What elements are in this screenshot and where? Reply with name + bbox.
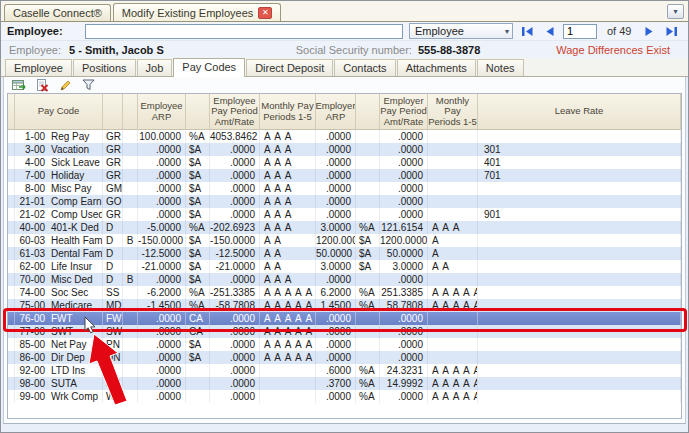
pay-code-row[interactable]: 76-00FWTFW.0000CA.0000A A A A A.0000.000…: [8, 312, 681, 325]
pay-code-row[interactable]: 77-00SWTSW.0000CA.0000A A A A A.0000.000…: [8, 325, 681, 338]
application-window: Caselle Connect®Modify Existing Employee…: [0, 0, 689, 433]
cell-employer-monthly-periods: A A A A A: [428, 377, 478, 390]
cell-leave-rate: 401: [478, 156, 681, 169]
pay-code-row[interactable]: 8-00Misc PayGM.0000$A.0000A A A.0000.000…: [8, 182, 681, 195]
subtab-employee[interactable]: Employee: [5, 59, 72, 76]
subtab-contacts[interactable]: Contacts: [334, 59, 395, 76]
pay-code-row[interactable]: 21-01Comp EarnGO.0000$A.0000A A A.0000.0…: [8, 195, 681, 208]
cell-employer-pay-period: 50.0000: [380, 247, 428, 260]
pay-code-row[interactable]: 40-00401-K DedD-5.0000%A-202.6923A A A3.…: [8, 221, 681, 234]
subtab-pay-codes[interactable]: Pay Codes: [173, 58, 245, 77]
pay-codes-grid: Pay CodeEmployee ARPEmployee Pay Period …: [7, 93, 682, 419]
subtab-direct-deposit[interactable]: Direct Deposit: [246, 59, 333, 76]
column-header-employer-pay-period[interactable]: Employer Pay Period Amt/Rate: [380, 94, 428, 130]
pay-code-name: Medicare: [51, 299, 92, 312]
record-number-input[interactable]: [563, 24, 597, 39]
column-header-employer-rate-type[interactable]: [356, 94, 380, 130]
next-record-button[interactable]: [641, 24, 657, 38]
cell-employee-arp: .0000: [138, 364, 186, 377]
pay-code-row[interactable]: 3-00VacationGR.0000$A.0000A A A.0000.000…: [8, 143, 681, 156]
pay-code-row[interactable]: 21-02Comp UsedGR.0000$A.0000A A A.0000.0…: [8, 208, 681, 221]
pay-code-row[interactable]: 74-00Soc SecSS-6.2000%A-251.3385A A A A …: [8, 286, 681, 299]
pay-code-row[interactable]: 62-00Life InsurD-21.0000$A-21.0000A A3.0…: [8, 260, 681, 273]
pay-code-row[interactable]: 99-00Wrk CompWC.0000.0000.0000%A.0000A A…: [8, 390, 681, 403]
cell-employer-arp: .0000: [316, 273, 356, 286]
cell-employee-monthly-periods: A A A A A: [260, 286, 316, 299]
cell-pay-code: 1-00Reg Pay: [15, 130, 103, 143]
column-header-flag[interactable]: [123, 94, 138, 130]
toolbar-overflow-button[interactable]: ▾: [667, 4, 684, 19]
pay-code-row[interactable]: 85-00Net PayPN.0000$A.0000A A A A A.0000…: [8, 338, 681, 351]
cell-row-selector: [8, 286, 15, 299]
cell-employer-rate-type: %A: [356, 364, 380, 377]
column-header-employee-pay-period[interactable]: Employee Pay Period Amt/Rate: [210, 94, 260, 130]
cell-employer-rate-type: [356, 182, 380, 195]
pay-code-row[interactable]: 75-00MedicareMD-1.4500%A-58.7808A A A A …: [8, 299, 681, 312]
column-header-employee-monthly-periods[interactable]: Monthly Pay Periods 1-5: [260, 94, 316, 130]
cell-flag: [123, 260, 138, 273]
cell-row-selector: [8, 169, 15, 182]
cell-employer-arp: .0000: [316, 130, 356, 143]
main-tab[interactable]: Caselle Connect®: [4, 4, 111, 21]
cell-flag: [123, 351, 138, 364]
grid-icon[interactable]: [11, 78, 27, 92]
filter-icon[interactable]: [80, 78, 96, 92]
pay-code-row[interactable]: 7-00HolidayGR.0000$A.0000A A A.0000.0000…: [8, 169, 681, 182]
first-record-button[interactable]: [519, 24, 535, 38]
pay-code-row[interactable]: 61-03Dental FamD-12.5000$A-12.5000A A50.…: [8, 247, 681, 260]
cell-employer-pay-period: .0000: [380, 156, 428, 169]
cell-employer-arp: .0000: [316, 182, 356, 195]
cell-employee-arp: .0000: [138, 169, 186, 182]
subtab-notes[interactable]: Notes: [477, 59, 524, 76]
subtab-attachments[interactable]: Attachments: [397, 59, 476, 76]
column-header-employee-rate-type[interactable]: [186, 94, 210, 130]
column-header-pay-code[interactable]: Pay Code: [15, 94, 103, 130]
pay-code-number: 92-00: [17, 364, 45, 377]
cell-employee-pay-period: .0000: [210, 208, 260, 221]
cell-pay-code: 85-00Net Pay: [15, 338, 103, 351]
cell-type-code: GR: [103, 208, 123, 221]
pay-code-row[interactable]: 98-00SUTASU.0000.0000.3700%A14.9992A A A…: [8, 377, 681, 390]
pay-code-name: Sick Leave: [51, 156, 100, 169]
pay-code-number: 98-00: [17, 377, 45, 390]
column-header-employee-arp[interactable]: Employee ARP: [138, 94, 186, 130]
search-field-dropdown[interactable]: Employee ▾: [409, 23, 513, 39]
previous-record-button[interactable]: [541, 24, 557, 38]
employee-search-input[interactable]: [85, 24, 403, 39]
column-header-row-selector[interactable]: [8, 94, 15, 130]
edit-icon[interactable]: [57, 78, 73, 92]
cell-employee-pay-period: -251.3385: [210, 286, 260, 299]
pay-code-name: Comp Used: [51, 208, 103, 221]
pay-code-row[interactable]: 60-03Health FamDB-150.0000$A-150.0000A A…: [8, 234, 681, 247]
cell-employer-monthly-periods: [428, 312, 478, 325]
column-header-leave-rate[interactable]: Leave Rate: [478, 94, 681, 130]
main-tab[interactable]: Modify Existing Employees✕: [113, 3, 281, 21]
column-header-employer-monthly-periods[interactable]: Monthly Pay Periods 1-5: [428, 94, 478, 130]
cell-employee-monthly-periods: A A: [260, 247, 316, 260]
pay-code-row[interactable]: 1-00Reg PayGR100.0000%A4053.8462A A A.00…: [8, 130, 681, 143]
pay-code-number: 85-00: [17, 338, 45, 351]
cell-type-code: I: [103, 364, 123, 377]
subtab-job[interactable]: Job: [137, 59, 173, 76]
last-record-button[interactable]: [663, 24, 679, 38]
main-tab-label: Modify Existing Employees: [122, 7, 253, 19]
pay-code-row[interactable]: 4-00Sick LeaveGR.0000$A.0000A A A.0000.0…: [8, 156, 681, 169]
cell-employee-pay-period: -12.5000: [210, 247, 260, 260]
cell-row-selector: [8, 234, 15, 247]
pay-code-name: Misc Ded: [51, 273, 93, 286]
pay-code-row[interactable]: 92-00LTD InsI.0000.0000.6000%A24.3231A A…: [8, 364, 681, 377]
cell-leave-rate: 901: [478, 208, 681, 221]
delete-icon[interactable]: [34, 78, 50, 92]
cell-pay-code: 98-00SUTA: [15, 377, 103, 390]
cell-flag: [123, 286, 138, 299]
column-header-type-code[interactable]: [103, 94, 123, 130]
cell-row-selector: [8, 325, 15, 338]
pay-code-number: 75-00: [17, 299, 45, 312]
pay-code-row[interactable]: 86-00Dir DepDN.0000$A.0000A A A A A.0000…: [8, 351, 681, 364]
pay-code-row[interactable]: 70-00Misc DedDB.0000$A.0000A A A.0000.00…: [8, 273, 681, 286]
column-header-employer-arp[interactable]: Employer ARP: [316, 94, 356, 130]
cell-employee-rate-type: $A: [186, 182, 210, 195]
subtab-positions[interactable]: Positions: [73, 59, 136, 76]
cell-leave-rate: 701: [478, 169, 681, 182]
close-tab-icon[interactable]: ✕: [258, 7, 272, 19]
